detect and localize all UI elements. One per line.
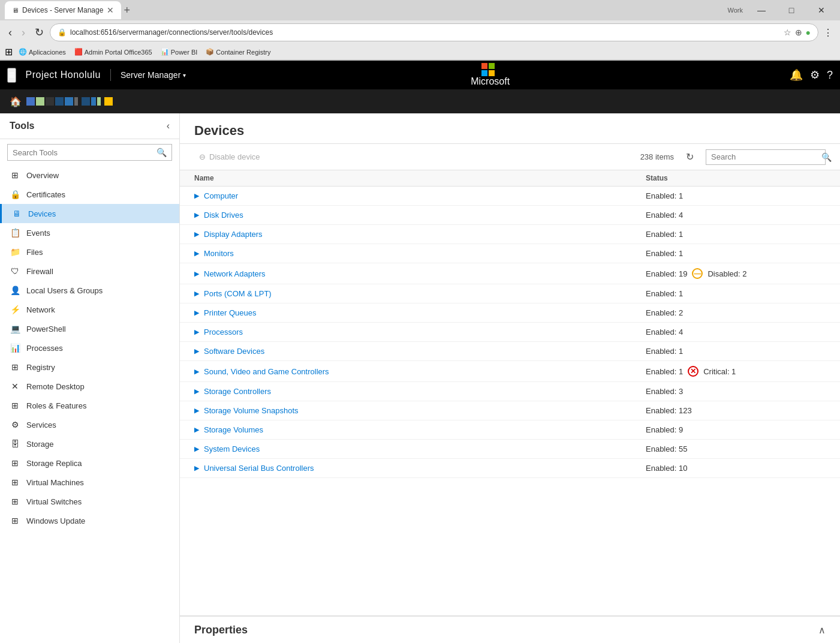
sidebar-item-overview[interactable]: ⊞ Overview [0, 166, 179, 185]
search-tools-input[interactable] [8, 145, 152, 160]
properties-toggle-button[interactable]: ∧ [818, 624, 826, 636]
table-row[interactable]: ▶ Software Devices Enabled: 1 [180, 342, 840, 361]
table-row[interactable]: ▶ Sound, Video and Game Controllers Enab… [180, 361, 840, 382]
expand-icon[interactable]: ▶ [194, 426, 199, 434]
apps-icon[interactable]: ⊞ [5, 46, 13, 58]
table-row[interactable]: ▶ Storage Volume Snapshots Enabled: 123 [180, 401, 840, 420]
tab-close-button[interactable]: ✕ [107, 5, 114, 15]
sidebar-item-windows-update[interactable]: ⊞ Windows Update [0, 511, 179, 530]
page-title: Devices [194, 123, 826, 139]
microsoft-logo: Microsoft [466, 63, 510, 87]
search-input[interactable] [706, 150, 817, 164]
expand-icon[interactable]: ▶ [194, 290, 199, 298]
expand-icon[interactable]: ▶ [194, 270, 199, 278]
sidebar-item-registry[interactable]: ⊞ Registry [0, 357, 179, 377]
server-manager-dropdown[interactable]: Server Manager ▾ [121, 70, 186, 80]
nav-extras: ⋮ [821, 25, 835, 41]
expand-icon[interactable]: ▶ [194, 387, 199, 395]
maximize-button[interactable]: □ [778, 0, 805, 20]
expand-icon[interactable]: ▶ [194, 250, 199, 257]
sidebar-item-files[interactable]: 📁 Files [0, 242, 179, 262]
expand-icon[interactable]: ▶ [194, 328, 199, 336]
device-name: Monitors [204, 249, 646, 258]
settings-button[interactable]: ⚙ [810, 68, 820, 82]
expand-icon[interactable]: ▶ [194, 309, 199, 317]
table-row[interactable]: ▶ Printer Queues Enabled: 2 [180, 304, 840, 323]
sidebar-collapse-button[interactable]: ‹ [167, 121, 170, 131]
address-bar[interactable]: 🔒 ☆ ⊕ ● [50, 23, 818, 41]
table-row[interactable]: ▶ Ports (COM & LPT) Enabled: 1 [180, 284, 840, 304]
star-icon[interactable]: ☆ [784, 28, 791, 37]
table-row[interactable]: ▶ System Devices Enabled: 55 [180, 440, 840, 459]
expand-icon[interactable]: ▶ [194, 347, 199, 355]
browser-tab-bar: 🖥 Devices - Server Manage ✕ + Work — □ ✕ [0, 0, 840, 20]
disable-device-button[interactable]: ⊖ Disable device [194, 150, 265, 164]
active-browser-tab[interactable]: 🖥 Devices - Server Manage ✕ [5, 1, 121, 19]
extensions-icon[interactable]: ⊕ [795, 28, 802, 37]
notifications-button[interactable]: 🔔 [790, 68, 803, 82]
sidebar-item-network[interactable]: ⚡ Network [0, 300, 179, 319]
expand-icon[interactable]: ▶ [194, 192, 199, 200]
tab-title: Devices - Server Manage [22, 6, 103, 14]
sidebar-item-storage[interactable]: 🗄 Storage [0, 434, 179, 453]
sidebar-item-label: Files [26, 248, 43, 257]
bookmark-container-registry[interactable]: 📦 Container Registry [203, 47, 273, 57]
table-row[interactable]: ▶ Universal Serial Bus Controllers Enabl… [180, 459, 840, 478]
sidebar-item-remote-desktop[interactable]: ✕ Remote Desktop [0, 377, 179, 396]
sidebar-item-local-users[interactable]: 👤 Local Users & Groups [0, 281, 179, 300]
close-button[interactable]: ✕ [808, 0, 835, 20]
refresh-button[interactable]: ↻ [31, 23, 47, 41]
window-label: Work [728, 7, 743, 14]
expand-icon[interactable]: ▶ [194, 464, 199, 472]
sidebar-item-devices[interactable]: 🖥 Devices [0, 204, 179, 223]
table-row[interactable]: ▶ Computer Enabled: 1 [180, 187, 840, 206]
content-search[interactable]: 🔍 [706, 149, 826, 165]
expand-icon[interactable]: ▶ [194, 407, 199, 414]
table-row[interactable]: ▶ Processors Enabled: 4 [180, 323, 840, 342]
more-options-button[interactable]: ⋮ [821, 25, 835, 41]
sidebar-item-label: Storage [26, 440, 54, 449]
sidebar-search[interactable]: 🔍 [7, 144, 172, 161]
sidebar-item-certificates[interactable]: 🔒 Certificates [0, 185, 179, 204]
url-input[interactable] [70, 28, 780, 37]
refresh-button[interactable]: ↻ [684, 149, 696, 165]
sidebar-item-services[interactable]: ⚙ Services [0, 415, 179, 434]
expand-icon[interactable]: ▶ [194, 445, 199, 453]
table-row[interactable]: ▶ Storage Controllers Enabled: 3 [180, 382, 840, 401]
sidebar-item-label: Windows Update [26, 516, 85, 525]
search-tools-button[interactable]: 🔍 [152, 145, 171, 160]
table-row[interactable]: ▶ Disk Drives Enabled: 4 [180, 206, 840, 225]
home-icon[interactable]: 🏠 [10, 96, 22, 107]
expand-icon[interactable]: ▶ [194, 368, 199, 375]
bookmark-powerbi[interactable]: 📊 Power BI [158, 47, 200, 57]
sidebar-item-storage-replica[interactable]: ⊞ Storage Replica [0, 453, 179, 473]
search-button[interactable]: 🔍 [817, 150, 836, 164]
bookmark-admin-portal[interactable]: 🟥 Admin Portal Office365 [72, 47, 155, 57]
table-row[interactable]: ▶ Display Adapters Enabled: 1 [180, 225, 840, 244]
new-tab-button[interactable]: + [124, 5, 130, 16]
sidebar-item-label: Local Users & Groups [26, 286, 103, 295]
table-row[interactable]: ▶ Network Adapters Enabled: 19 — Disable… [180, 263, 840, 284]
forward-button[interactable]: › [18, 24, 29, 41]
sidebar-item-roles-features[interactable]: ⊞ Roles & Features [0, 396, 179, 415]
item-count: 238 items [640, 152, 674, 161]
cast-icon[interactable]: ● [806, 28, 811, 37]
back-button[interactable]: ‹ [5, 24, 16, 41]
sidebar-item-virtual-switches[interactable]: ⊞ Virtual Switches [0, 492, 179, 511]
sidebar-item-processes[interactable]: 📊 Processes [0, 338, 179, 357]
expand-icon[interactable]: ▶ [194, 211, 199, 219]
files-icon: 📁 [10, 247, 20, 257]
bookmark-aplicaciones[interactable]: 🌐 Aplicaciones [16, 47, 68, 57]
powershell-icon: 💻 [10, 324, 20, 333]
sidebar-item-events[interactable]: 📋 Events [0, 223, 179, 242]
properties-header[interactable]: Properties ∧ [180, 617, 840, 643]
sidebar-item-powershell[interactable]: 💻 PowerShell [0, 319, 179, 338]
expand-icon[interactable]: ▶ [194, 230, 199, 238]
table-row[interactable]: ▶ Storage Volumes Enabled: 9 [180, 420, 840, 440]
help-button[interactable]: ? [827, 69, 833, 82]
table-row[interactable]: ▶ Monitors Enabled: 1 [180, 244, 840, 263]
sidebar-item-virtual-machines[interactable]: ⊞ Virtual Machines [0, 473, 179, 492]
hamburger-menu-button[interactable]: ≡ [7, 68, 16, 83]
minimize-button[interactable]: — [748, 0, 775, 20]
sidebar-item-firewall[interactable]: 🛡 Firewall [0, 262, 179, 281]
